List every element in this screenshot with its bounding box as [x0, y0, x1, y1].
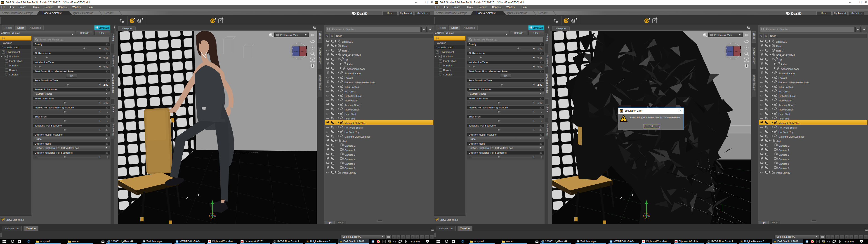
svg-text:Front: Front [293, 50, 298, 53]
svg-text:Left: Left [301, 50, 305, 53]
svg-text:Front: Front [727, 50, 732, 53]
svg-text:Left: Left [735, 50, 739, 53]
